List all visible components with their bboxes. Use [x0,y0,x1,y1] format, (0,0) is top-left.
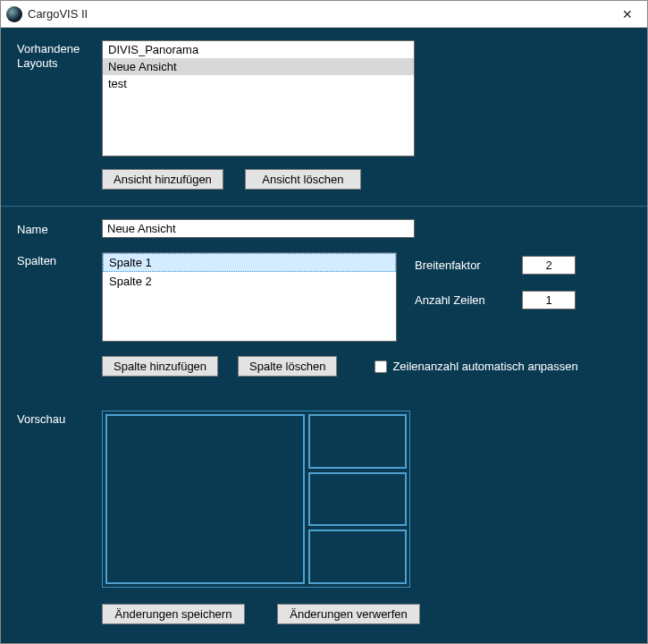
column-buttons-row: Spalte hinzufügen Spalte löschen Zeilena… [102,356,631,377]
preview-cell-stack [308,414,407,584]
window-title: CargoVIS II [28,7,608,21]
close-button[interactable]: ✕ [608,1,647,28]
app-icon [6,6,22,22]
auto-rows-checkbox[interactable] [374,360,387,373]
column-properties: Breitenfaktor Anzahl Zeilen [415,252,576,309]
width-factor-input[interactable] [522,256,576,275]
width-factor-label: Breitenfaktor [415,258,504,272]
discard-changes-button[interactable]: Änderungen verwerfen [277,604,420,624]
layout-item[interactable]: DIVIS_Panorama [103,41,414,58]
columns-area: Spalte 1Spalte 2 Breitenfaktor Anzahl Ze… [102,252,576,342]
divider [1,206,647,207]
preview-cell-small-2 [308,472,407,527]
auto-rows-label: Zeilenanzahl automatisch anpassen [392,360,577,373]
columns-label: Spalten [17,252,93,268]
preview-row: Vorschau [17,411,631,588]
width-factor-row: Breitenfaktor [415,256,576,275]
add-column-button[interactable]: Spalte hinzufügen [102,356,218,377]
bottom-buttons-row: Änderungen speichern Änderungen verwerfe… [102,604,631,624]
row-count-row: Anzahl Zeilen [415,291,576,309]
delete-column-button[interactable]: Spalte löschen [238,356,337,377]
preview-cell-small-1 [308,414,407,469]
layouts-row: Vorhandene Layouts DIVIS_PanoramaNeue An… [17,40,631,157]
name-input[interactable] [102,219,415,238]
layout-buttons-row: Ansicht hinzufügen Ansicht löschen [102,169,631,190]
existing-layouts-label: Vorhandene Layouts [17,40,93,70]
close-icon: ✕ [622,7,633,21]
add-view-button[interactable]: Ansicht hinzufügen [102,169,223,190]
column-item[interactable]: Spalte 1 [103,253,396,272]
column-item[interactable]: Spalte 2 [103,272,396,291]
columns-row: Spalten Spalte 1Spalte 2 Breitenfaktor A… [17,252,631,342]
delete-view-button[interactable]: Ansicht löschen [245,169,361,190]
columns-listbox[interactable]: Spalte 1Spalte 2 [102,252,397,342]
preview-cell-small-3 [308,530,407,584]
row-count-label: Anzahl Zeilen [415,293,504,307]
auto-rows-checkbox-wrap[interactable]: Zeilenanzahl automatisch anpassen [374,360,577,373]
preview-panel [102,411,410,588]
name-label: Name [17,221,93,237]
preview-label: Vorschau [17,411,93,427]
titlebar: CargoVIS II ✕ [1,1,647,28]
preview-cell-large [105,414,305,584]
row-count-input[interactable] [522,291,576,309]
layout-item[interactable]: test [103,75,414,92]
dialog-window: CargoVIS II ✕ Vorhandene Layouts DIVIS_P… [0,0,648,644]
name-row: Name [17,219,631,238]
dialog-body: Vorhandene Layouts DIVIS_PanoramaNeue An… [1,28,647,643]
layouts-listbox[interactable]: DIVIS_PanoramaNeue Ansichttest [102,40,415,157]
save-changes-button[interactable]: Änderungen speichern [102,604,245,624]
layout-item[interactable]: Neue Ansicht [103,58,414,75]
